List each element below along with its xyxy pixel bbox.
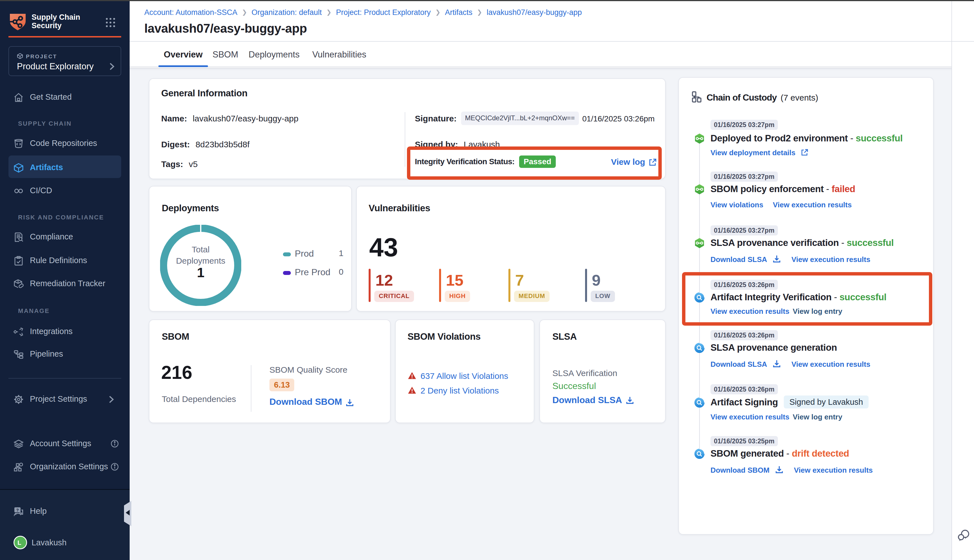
svg-text:?: ? xyxy=(16,508,18,512)
